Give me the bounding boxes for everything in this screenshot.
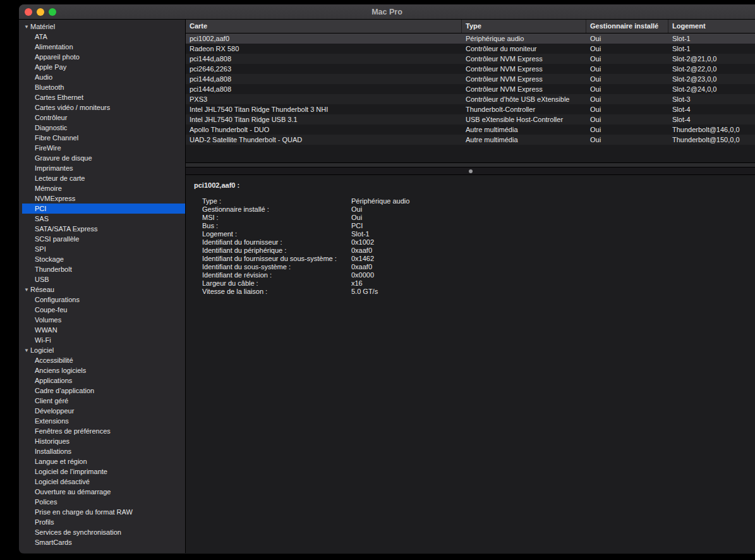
cell: Oui	[586, 135, 668, 145]
sidebar-item-logiciel-de-l-imprimante[interactable]: Logiciel de l’imprimante	[19, 466, 185, 477]
sidebar-item-volumes[interactable]: Volumes	[19, 315, 185, 325]
screen: Mac Pro ▼MatérielATAAlimentationAppareil…	[0, 0, 755, 560]
titlebar[interactable]: Mac Pro	[19, 4, 755, 20]
sidebar-item-accessibilit[interactable]: Accessibilité	[19, 355, 185, 365]
sidebar-item-smartcards[interactable]: SmartCards	[19, 537, 185, 547]
table-row[interactable]: pci144d,a808Contrôleur NVM ExpressOuiSlo…	[186, 84, 755, 94]
sidebar-item-imprimantes[interactable]: Imprimantes	[19, 163, 185, 173]
sidebar-item-prise-en-charge-du-format-raw[interactable]: Prise en charge du format RAW	[19, 507, 185, 517]
sidebar-item-historiques[interactable]: Historiques	[19, 436, 185, 446]
cell: pci144d,a808	[186, 54, 462, 64]
table-row[interactable]: Intel JHL7540 Titan Ridge USB 3.1USB eXt…	[186, 114, 755, 125]
sidebar-item-stockage[interactable]: Stockage	[19, 254, 185, 264]
sidebar-item-usb[interactable]: USB	[19, 274, 185, 284]
sidebar-item-coupe-feu[interactable]: Coupe-feu	[19, 305, 185, 315]
sidebar-item-applications[interactable]: Applications	[19, 375, 185, 386]
table-row[interactable]: Radeon RX 580Contrôleur du moniteurOuiSl…	[186, 44, 755, 54]
table-row[interactable]: pci1002,aaf0Périphérique audioOuiSlot-1	[186, 33, 755, 44]
sidebar-item-m-moire[interactable]: Mémoire	[19, 183, 185, 193]
cell: Oui	[586, 114, 668, 125]
sidebar-item-sas[interactable]: SAS	[19, 214, 185, 224]
detail-field-label: Type :	[202, 197, 351, 205]
column-header-logement[interactable]: Logement	[668, 20, 755, 33]
detail-field-value: x16	[351, 279, 363, 288]
detail-field-label: Identifiant du périphérique :	[202, 247, 351, 255]
table-row[interactable]: Intel JHL7540 Titan Ridge Thunderbolt 3 …	[186, 104, 755, 114]
sidebar-item-ata[interactable]: ATA	[19, 32, 185, 42]
sidebar-item-logiciel-d-sactiv[interactable]: Logiciel désactivé	[19, 477, 185, 487]
sidebar-item-langue-et-r-gion[interactable]: Langue et région	[19, 456, 185, 466]
column-header-carte[interactable]: Carte	[186, 20, 462, 33]
sidebar-item-bluetooth[interactable]: Bluetooth	[19, 82, 185, 92]
sidebar-item-apple-pay[interactable]: Apple Pay	[19, 62, 185, 72]
sidebar-item-polices[interactable]: Polices	[19, 497, 185, 507]
sidebar-item-sata-sata-express[interactable]: SATA/SATA Express	[19, 224, 185, 234]
sidebar-item-wi-fi[interactable]: Wi-Fi	[19, 335, 185, 345]
sidebar-item-extensions[interactable]: Extensions	[19, 416, 185, 426]
sidebar-item-gravure-de-disque[interactable]: Gravure de disque	[19, 153, 185, 163]
zoom-button[interactable]	[49, 8, 56, 16]
cell: Contrôleur NVM Express	[462, 74, 586, 84]
cell: USB eXtensible Host-Controller	[462, 114, 586, 125]
column-header-type[interactable]: Type	[462, 20, 586, 33]
disclosure-triangle-icon[interactable]: ▼	[24, 22, 30, 32]
cell: Oui	[586, 125, 668, 135]
sidebar-item-configurations[interactable]: Configurations	[19, 295, 185, 305]
detail-field-label: MSI :	[202, 214, 351, 222]
sidebar-section-logiciel[interactable]: ▼Logiciel	[19, 345, 185, 355]
sidebar-section-mat-riel[interactable]: ▼Matériel	[19, 21, 185, 32]
close-button[interactable]	[25, 8, 32, 16]
pane-splitter[interactable]	[186, 167, 755, 175]
cell: PXS3	[186, 94, 462, 104]
sidebar-item-ouverture-au-d-marrage[interactable]: Ouverture au démarrage	[19, 487, 185, 497]
detail-field: Type :Périphérique audio	[202, 197, 755, 205]
sidebar-item-spi[interactable]: SPI	[19, 244, 185, 254]
table-row[interactable]: pci2646,2263Contrôleur NVM ExpressOuiSlo…	[186, 64, 755, 74]
sidebar-item-alimentation[interactable]: Alimentation	[19, 42, 185, 52]
sidebar-item-client-g-r[interactable]: Client géré	[19, 396, 185, 406]
sidebar-item-nvmexpress[interactable]: NVMExpress	[19, 193, 185, 204]
column-header-gestionnaire-install[interactable]: Gestionnaire installé	[586, 20, 668, 33]
detail-pane: pci1002,aaf0 : Type :Périphérique audioG…	[186, 175, 755, 553]
disclosure-triangle-icon[interactable]: ▼	[24, 285, 30, 295]
detail-field-label: Identifiant du fournisseur du sous-systè…	[202, 255, 351, 263]
splitter-handle-icon[interactable]	[469, 169, 473, 173]
sidebar-item-audio[interactable]: Audio	[19, 72, 185, 82]
horizontal-scrollbar-track[interactable]	[186, 163, 755, 167]
sidebar-section-r-seau[interactable]: ▼Réseau	[19, 284, 185, 295]
disclosure-triangle-icon[interactable]: ▼	[24, 346, 30, 356]
detail-field-value: 5.0 GT/s	[351, 288, 378, 296]
sidebar-item-profils[interactable]: Profils	[19, 517, 185, 527]
sidebar-item-cartes-vid-o-moniteurs[interactable]: Cartes vidéo / moniteurs	[19, 102, 185, 113]
table-row[interactable]: PXS3Contrôleur d’hôte USB eXtensibleOuiS…	[186, 94, 755, 104]
table-row[interactable]: Apollo Thunderbolt - DUOAutre multimédia…	[186, 125, 755, 135]
detail-field: Gestionnaire installé :Oui	[202, 205, 755, 214]
sidebar-item-pci[interactable]: PCI	[22, 204, 185, 214]
sidebar-item-thunderbolt[interactable]: Thunderbolt	[19, 264, 185, 274]
sidebar-item-scsi-parall-le[interactable]: SCSI parallèle	[19, 234, 185, 244]
table-row[interactable]: UAD-2 Satellite Thunderbolt - QUADAutre …	[186, 135, 755, 145]
cell: Oui	[586, 44, 668, 54]
table-row[interactable]: pci144d,a808Contrôleur NVM ExpressOuiSlo…	[186, 54, 755, 64]
detail-field: Identifiant du fournisseur :0x1002	[202, 238, 755, 247]
table-row[interactable]: pci144d,a808Contrôleur NVM ExpressOuiSlo…	[186, 74, 755, 84]
sidebar-item-installations[interactable]: Installations	[19, 446, 185, 456]
sidebar-item-cadre-d-application[interactable]: Cadre d’application	[19, 386, 185, 396]
detail-field: Identifiant du fournisseur du sous-systè…	[202, 255, 755, 263]
sidebar-item-services-de-synchronisation[interactable]: Services de synchronisation	[19, 527, 185, 537]
sidebar-item-contr-leur[interactable]: Contrôleur	[19, 113, 185, 123]
sidebar-item-d-veloppeur[interactable]: Développeur	[19, 406, 185, 416]
sidebar-item-fibre-channel[interactable]: Fibre Channel	[19, 133, 185, 143]
sidebar-item-fen-tres-de-pr-f-rences[interactable]: Fenêtres de préférences	[19, 426, 185, 436]
sidebar-item-diagnostic[interactable]: Diagnostic	[19, 123, 185, 133]
sidebar-item-firewire[interactable]: FireWire	[19, 143, 185, 153]
sidebar-item-anciens-logiciels[interactable]: Anciens logiciels	[19, 365, 185, 375]
cell: Thunderbolt@150,0,0	[668, 135, 755, 145]
sidebar-item-cartes-ethernet[interactable]: Cartes Ethernet	[19, 92, 185, 102]
cell: Apollo Thunderbolt - DUO	[186, 125, 462, 135]
minimize-button[interactable]	[37, 8, 44, 16]
cell: Oui	[586, 94, 668, 104]
sidebar-item-lecteur-de-carte[interactable]: Lecteur de carte	[19, 173, 185, 183]
sidebar-item-wwan[interactable]: WWAN	[19, 325, 185, 335]
sidebar-item-appareil-photo[interactable]: Appareil photo	[19, 52, 185, 62]
